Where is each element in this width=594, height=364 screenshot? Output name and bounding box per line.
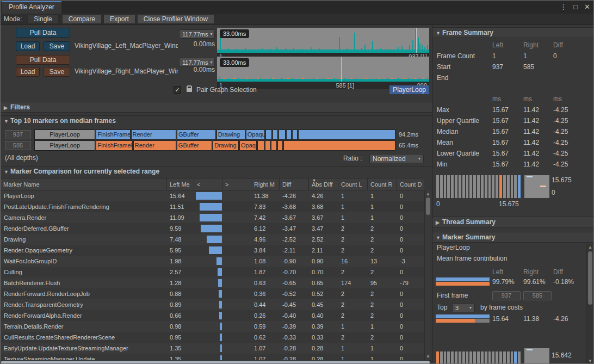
top10-segment-playerloop[interactable]: PlayerLoop: [34, 129, 95, 140]
first-frame-right-button[interactable]: 585: [523, 291, 552, 300]
close-icon[interactable]: ✕: [584, 2, 590, 12]
column-header-count-d[interactable]: Count D: [397, 178, 424, 190]
maximize-icon[interactable]: □: [573, 2, 578, 12]
scale-max-left-dropdown[interactable]: 117.77ms▾: [179, 29, 215, 39]
save-left-button[interactable]: Save: [44, 41, 70, 51]
menu-icon[interactable]: ⋮: [560, 2, 567, 12]
comparison-row[interactable]: WaitForJobGroupID1.981.08-0.900.901613-3: [1, 256, 424, 267]
selected-marker-chip[interactable]: PlayerLoop: [389, 85, 429, 94]
frame-summary-histogram[interactable]: [436, 175, 521, 198]
top10-header[interactable]: ▼Top 10 markers on median frames: [1, 115, 432, 126]
column-header->[interactable]: >: [222, 178, 251, 190]
ratio-dropdown[interactable]: Normalized▾: [369, 154, 424, 163]
top10-segment[interactable]: [265, 140, 271, 151]
comparison-row[interactable]: RenderForwardAlpha.Render0.660.26-0.400.…: [1, 310, 424, 321]
toolbar-button-export[interactable]: Export: [103, 14, 135, 24]
top10-segment[interactable]: [298, 129, 395, 140]
lock-icon[interactable]: [187, 88, 192, 92]
column-header-right-m[interactable]: Right M: [251, 178, 279, 190]
column-header-count-r[interactable]: Count R: [367, 178, 397, 190]
top10-segment[interactable]: [257, 140, 264, 151]
comparison-row[interactable]: Camera.Render11.097.42-3.673.67110: [1, 212, 424, 223]
comparison-cell: 2.57: [166, 267, 194, 277]
comparison-row[interactable]: TextureStreamingManager.Update1.351.07-0…: [1, 354, 424, 360]
scrollbar-thumb[interactable]: [1, 361, 430, 364]
top-n-dropdown[interactable]: 3▾: [452, 303, 475, 312]
top10-bar-left[interactable]: PlayerLoopFinishFrameRRenderGBufferDrawi…: [34, 129, 396, 140]
top10-segment[interactable]: [283, 140, 395, 151]
top10-segment-finishframer[interactable]: FinishFrameR: [96, 140, 132, 151]
comparison-row[interactable]: EarlyUpdate.UpdateTextureStreamingManage…: [1, 343, 424, 354]
top10-segment-render[interactable]: Render: [131, 129, 177, 140]
comparison-row[interactable]: PlayerLoop15.6411.38-4.264.26110: [1, 190, 424, 201]
top10-segment-gbuffer[interactable]: GBuffer: [177, 129, 216, 140]
top10-frame-number[interactable]: 937: [5, 130, 31, 139]
top10-segment-gbuffer[interactable]: GBuffer: [177, 140, 212, 151]
comparison-row[interactable]: Culling2.571.87-0.700.70220: [1, 267, 424, 277]
marker-summary-histogram[interactable]: [436, 351, 521, 364]
top10-segment-finishframer[interactable]: FinishFrameR: [96, 129, 130, 140]
frame-summary-header[interactable]: ▼Frame Summary: [432, 27, 593, 38]
comparison-row[interactable]: Render.TransparentGeometry0.890.44-0.450…: [1, 299, 424, 310]
comparison-row[interactable]: RenderDeferred.GBuffer9.596.12-3.473.472…: [1, 223, 424, 234]
top10-frame-number[interactable]: 585: [5, 141, 31, 150]
comparison-row[interactable]: PostLateUpdate.FinishFrameRendering11.51…: [1, 201, 424, 212]
scrollbar-thumb[interactable]: [588, 251, 592, 305]
top10-segment[interactable]: [286, 129, 292, 140]
comparison-row[interactable]: RenderForward.RenderLoopJob0.880.36-0.52…: [1, 288, 424, 299]
top10-segment-playerloop[interactable]: PlayerLoop: [34, 140, 95, 151]
column-header-marker-name[interactable]: Marker Name: [1, 178, 166, 190]
scroll-down-icon[interactable]: ▼: [425, 354, 431, 359]
top10-segment[interactable]: [265, 129, 272, 140]
save-right-button[interactable]: Save: [44, 67, 70, 77]
scrollbar-thumb[interactable]: [426, 198, 430, 215]
top10-segment-render[interactable]: Render: [133, 140, 176, 151]
filters-header[interactable]: ▶Filters: [1, 102, 432, 113]
scroll-up-icon[interactable]: ▲: [587, 245, 593, 250]
comparison-row[interactable]: BatchRenderer.Flush1.280.63-0.650.651749…: [1, 277, 424, 288]
top10-segment[interactable]: [273, 129, 279, 140]
frame-graph-left[interactable]: 33.00ms: [217, 28, 429, 53]
marker-summary-scrollbar[interactable]: ▲ ▼: [586, 244, 593, 364]
scroll-down-icon[interactable]: ▼: [587, 359, 593, 363]
comparison-header[interactable]: ▼Marker Comparison for currently selecte…: [1, 166, 432, 177]
top10-segment-opaqu[interactable]: Opaqu: [246, 129, 265, 140]
pull-data-left-button[interactable]: Pull Data: [16, 28, 70, 38]
scroll-up-icon[interactable]: ▲: [425, 192, 431, 196]
comparison-horizontal-scrollbar[interactable]: [1, 360, 431, 364]
column-header-count-l[interactable]: Count L: [338, 178, 367, 190]
top10-bar-right[interactable]: PlayerLoopFinishFrameRRenderGBufferDrawi…: [34, 140, 396, 151]
graph-spike: [327, 49, 329, 53]
column-header-<[interactable]: <: [194, 178, 222, 190]
toolbar-button-compare[interactable]: Compare: [62, 14, 102, 24]
top10-segment-drawing[interactable]: Drawing: [216, 129, 245, 140]
column-header-diff[interactable]: Diff: [279, 178, 308, 190]
tab-profile-analyzer[interactable]: Profile Analyzer: [2, 1, 61, 14]
column-header-abs-diff[interactable]: ▼Abs Diff: [308, 178, 338, 190]
comparison-row[interactable]: Render.OpaqueGeometry5.953.84-2.112.1122…: [1, 245, 424, 256]
comparison-cell: Render.OpaqueGeometry: [1, 245, 166, 256]
comparison-vertical-scrollbar[interactable]: ▲ ▼: [424, 190, 431, 360]
top10-segment-opaqu[interactable]: Opaqu: [239, 140, 257, 151]
graph-right-marker: [414, 78, 416, 79]
comparison-row[interactable]: CullResults.CreateSharedRendererScene0.9…: [1, 332, 424, 343]
top10-segment-drawing[interactable]: Drawing: [213, 140, 239, 151]
comparison-row[interactable]: Terrain.Details.Render0.980.59-0.390.391…: [1, 321, 424, 332]
column-header-left-me[interactable]: Left Me: [166, 178, 194, 190]
toolbar-button-single[interactable]: Single: [27, 14, 58, 24]
top10-segment[interactable]: [292, 129, 298, 140]
thread-summary-header[interactable]: ▶Thread Summary: [432, 217, 593, 227]
pair-graph-checkbox[interactable]: ✓: [174, 86, 181, 94]
pull-data-right-button[interactable]: Pull Data: [16, 55, 70, 65]
load-left-button[interactable]: Load: [16, 41, 40, 51]
toolbar-button-close-profiler[interactable]: Close Profiler Window: [137, 14, 214, 24]
first-frame-left-button[interactable]: 937: [492, 291, 521, 300]
top10-segment[interactable]: [271, 140, 277, 151]
comparison-cell: 1: [367, 354, 397, 360]
marker-summary-header[interactable]: ▼Marker Summary: [432, 232, 593, 243]
top10-segment[interactable]: [279, 129, 285, 140]
top10-segment[interactable]: [277, 140, 283, 151]
comparison-row[interactable]: Drawing7.484.96-2.522.52220: [1, 234, 424, 245]
frame-graph-right[interactable]: 33.00ms: [217, 57, 429, 82]
load-right-button[interactable]: Load: [16, 67, 40, 77]
